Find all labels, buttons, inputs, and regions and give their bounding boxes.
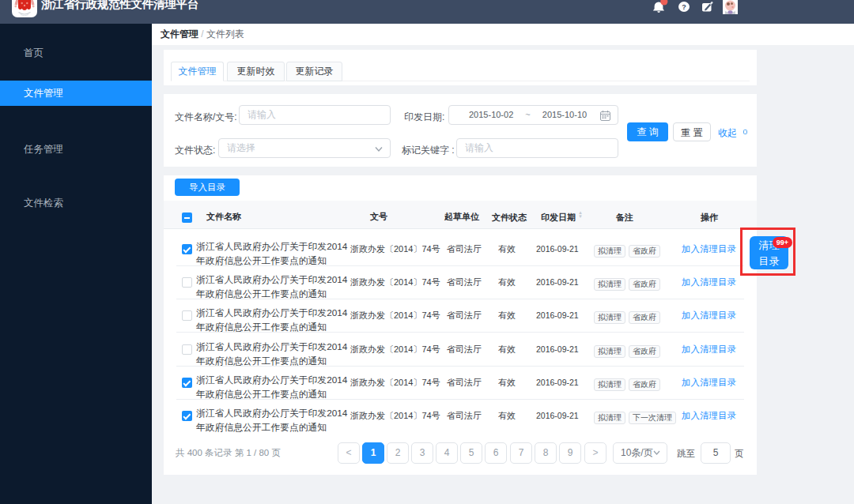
svg-text:?: ? <box>682 3 686 11</box>
